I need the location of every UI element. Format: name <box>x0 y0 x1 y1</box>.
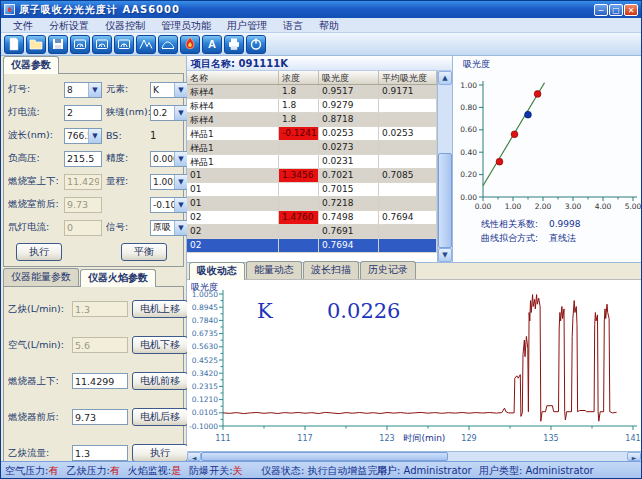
flame-button-2[interactable]: 电机前移 <box>132 372 188 390</box>
table-row[interactable]: 样品1-0.12410.02530.0253 <box>187 127 437 141</box>
hscroll-thumb[interactable] <box>201 452 448 461</box>
table-row[interactable]: 标样41.80.95170.9171 <box>187 85 437 99</box>
chart-horizontal-scrollbar[interactable]: ◄ ► <box>187 451 641 461</box>
minimize-icon[interactable]: ─ <box>594 4 608 16</box>
flame-button-0[interactable]: 电机上移 <box>132 300 188 318</box>
lamp-gauge2-button[interactable] <box>92 35 112 54</box>
flame-input-3[interactable] <box>72 409 128 425</box>
tab-chart-1[interactable]: 能量动态 <box>246 261 302 279</box>
flame-button[interactable] <box>180 35 200 54</box>
chevron-down-icon[interactable]: ▼ <box>174 152 187 166</box>
menu-item-5[interactable]: 语言 <box>275 18 311 32</box>
cell <box>279 225 319 238</box>
results-table: 名称浓度吸光度平均吸光度 标样41.80.95170.9171标样41.80.9… <box>187 71 437 262</box>
peak-scan-button[interactable] <box>136 35 156 54</box>
tab-flame-0[interactable]: 仪器能量参数 <box>3 268 79 286</box>
column-header-0[interactable]: 名称 <box>187 71 279 84</box>
table-row[interactable]: 010.7015 <box>187 183 437 197</box>
flame-button-4[interactable]: 执行 <box>132 444 188 462</box>
scroll-up-icon[interactable]: ▲ <box>438 71 452 85</box>
save-button[interactable] <box>48 35 68 54</box>
energy-gauge-button[interactable] <box>114 35 134 54</box>
chevron-down-icon[interactable]: ▼ <box>174 221 187 235</box>
svg-text:0.0105: 0.0105 <box>192 408 218 417</box>
field-select-1[interactable]: K▼ <box>150 82 188 98</box>
tab-chart-2[interactable]: 波长扫描 <box>303 261 359 279</box>
flame-button-1[interactable]: 电机下移 <box>132 336 188 354</box>
svg-text:0.5630: 0.5630 <box>192 342 218 351</box>
field-select-7[interactable]: 0.0000▼ <box>150 151 188 167</box>
cell <box>279 183 319 196</box>
field-label-1: 元素: <box>106 83 150 96</box>
chevron-down-icon[interactable]: ▼ <box>88 83 101 97</box>
chevron-down-icon[interactable]: ▼ <box>174 83 187 97</box>
tab-instrument-params[interactable]: 仪器参数 <box>3 56 59 74</box>
menu-item-0[interactable]: 文件 <box>5 18 41 32</box>
energy-gauge-icon <box>116 36 132 52</box>
balance-button[interactable]: 平衡 <box>121 243 167 261</box>
table-row[interactable]: 样品10.0273 <box>187 141 437 155</box>
instrument-form: 灯号:8▼元素:K▼灯电流:狭缝(nm):0.2▼波长(nm):766.5▼BS… <box>8 78 181 239</box>
execute-button[interactable]: 执行 <box>16 243 62 261</box>
chevron-down-icon[interactable]: ▼ <box>174 106 187 120</box>
svg-text:2.00: 2.00 <box>535 202 552 211</box>
table-row[interactable]: 011.34560.70210.7085 <box>187 169 437 183</box>
field-select-3[interactable]: 0.2▼ <box>150 105 188 121</box>
flame-input-2[interactable] <box>72 373 128 389</box>
field-select-0[interactable]: 8▼ <box>64 82 102 98</box>
menu-item-1[interactable]: 分析设置 <box>41 18 97 32</box>
chevron-down-icon[interactable]: ▼ <box>88 129 101 143</box>
menu-item-2[interactable]: 仪器控制 <box>97 18 153 32</box>
flame-button-3[interactable]: 电机后移 <box>132 408 188 426</box>
field-select-13[interactable]: 原吸▼ <box>150 220 188 236</box>
project-name: 091111K <box>238 58 288 69</box>
flame-icon <box>182 36 198 52</box>
wavelength-calib-button[interactable] <box>158 35 178 54</box>
new-file-button[interactable] <box>4 35 24 54</box>
chevron-down-icon[interactable]: ▼ <box>174 175 187 189</box>
field-label-5: BS: <box>106 130 150 141</box>
print-button[interactable] <box>224 35 244 54</box>
tab-chart-3[interactable]: 历史记录 <box>360 261 416 279</box>
field-input-6[interactable] <box>64 151 102 167</box>
field-select-9[interactable]: 1.0050▼ <box>150 174 188 190</box>
lamp-gauge-button[interactable] <box>70 35 90 54</box>
table-row[interactable]: 021.47600.74980.7694 <box>187 211 437 225</box>
flame-input-4[interactable] <box>72 445 128 461</box>
corr-value: 0.9998 <box>549 219 581 229</box>
menu-item-4[interactable]: 用户管理 <box>219 18 275 32</box>
wavelength-calib-icon <box>160 36 176 52</box>
field-input-2[interactable] <box>64 105 102 121</box>
scroll-down-icon[interactable]: ▼ <box>438 248 452 262</box>
table-row[interactable]: 标样41.80.8718 <box>187 113 437 127</box>
cell <box>379 113 437 126</box>
menu-item-6[interactable]: 帮助 <box>311 18 347 32</box>
cell: 0.0253 <box>379 127 437 140</box>
menu-item-3[interactable]: 管理员功能 <box>153 18 219 32</box>
table-row[interactable]: 标样41.80.9279 <box>187 99 437 113</box>
close-icon[interactable]: ✕ <box>624 4 638 16</box>
table-row[interactable]: 010.7218 <box>187 197 437 211</box>
scroll-left-icon[interactable]: ◄ <box>187 452 201 461</box>
column-header-3[interactable]: 平均吸光度 <box>379 71 437 84</box>
maximize-icon[interactable]: ▢ <box>609 4 623 16</box>
scroll-right-icon[interactable]: ► <box>627 452 641 461</box>
cell <box>279 141 319 154</box>
tab-flame-1[interactable]: 仪器火焰参数 <box>80 269 156 287</box>
field-select-4[interactable]: 766.5▼ <box>64 128 102 144</box>
table-row[interactable]: 样品10.0231 <box>187 155 437 169</box>
scroll-thumb[interactable] <box>438 153 452 248</box>
table-vertical-scrollbar[interactable]: ▲ ▼ <box>437 71 452 262</box>
column-header-1[interactable]: 浓度 <box>279 71 319 84</box>
power-button[interactable] <box>246 35 266 54</box>
open-file-button[interactable] <box>26 35 46 54</box>
tab-chart-0[interactable]: 吸收动态 <box>189 262 245 280</box>
table-row[interactable]: 020.7694 <box>187 239 437 253</box>
absorption-plot: 吸光度1.00500.89450.78400.67350.56300.45250… <box>187 280 641 451</box>
chevron-down-icon[interactable]: ▼ <box>174 198 187 212</box>
field-select-11[interactable]: -0.1000▼ <box>150 197 188 213</box>
column-header-2[interactable]: 吸光度 <box>319 71 379 84</box>
flame-params-panel: 仪器能量参数仪器火焰参数 乙炔(L/min):电机上移空气(L/min):电机下… <box>1 269 186 461</box>
table-row[interactable]: 020.7691 <box>187 225 437 239</box>
autosampler-button[interactable]: A <box>202 35 222 54</box>
